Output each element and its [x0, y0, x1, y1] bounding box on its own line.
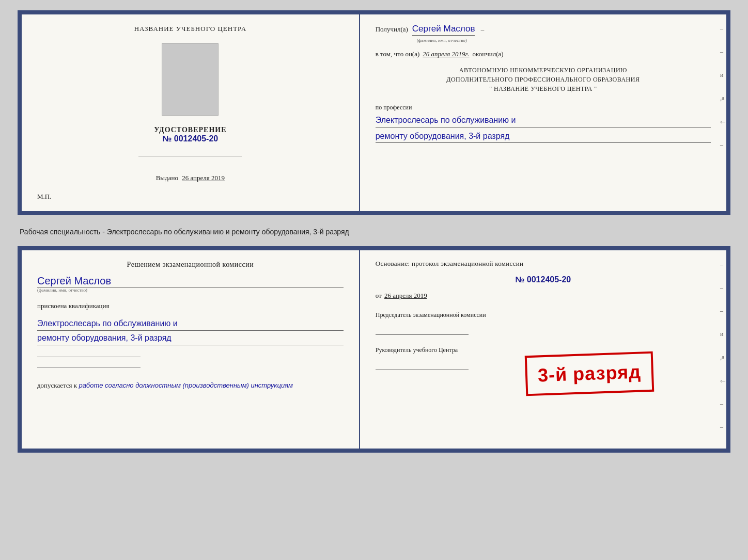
prisvoena: присвоена квалификация [37, 302, 344, 310]
udost-block: УДОСТОВЕРЕНИЕ № 0012405-20 [154, 126, 226, 143]
resheniem-title: Решением экзаменационной комиссии [37, 261, 344, 269]
top-certificate: НАЗВАНИЕ УЧЕБНОГО ЦЕНТРА УДОСТОВЕРЕНИЕ №… [18, 10, 730, 215]
right-dashes: – – и ,а ‹– – [720, 25, 725, 149]
vtom-line: в том, что он(а) 26 апреля 2019г. окончи… [376, 50, 711, 58]
po-professii: по профессии Электрослесарь по обслужива… [376, 104, 711, 143]
osnov-line: Основание: протокол экзаменационной коми… [376, 260, 711, 268]
prot-num: № 0012405-20 [376, 275, 711, 284]
signature-line-1 [376, 334, 469, 335]
vydano-line: Выдано 26 апреля 2019 [156, 174, 225, 182]
stamp: 3-й разряд [524, 351, 653, 396]
top-cert-right: Получил(а) Сергей Маслов – (фамилия, имя… [360, 14, 726, 211]
between-text: Рабочая специальность - Электрослесарь п… [18, 223, 730, 238]
dopusk-text: работе согласно должностным (производств… [79, 381, 293, 389]
photo-placeholder [162, 43, 219, 116]
name-block: Сергей Маслов (фамилия, имя, отчество) [37, 275, 344, 293]
top-cert-left: НАЗВАНИЕ УЧЕБНОГО ЦЕНТРА УДОСТОВЕРЕНИЕ №… [22, 14, 360, 211]
qualification-block: Электрослесарь по обслуживанию и ремонту… [37, 316, 344, 345]
poluchil-line: Получил(а) Сергей Маслов – [376, 24, 711, 36]
ot-date: от 26 апреля 2019 [376, 292, 711, 300]
top-cert-title: НАЗВАНИЕ УЧЕБНОГО ЦЕНТРА [134, 25, 246, 33]
profession-line1: Электрослесарь по обслуживанию и [376, 114, 711, 127]
poluchil-name: Сергей Маслов [412, 24, 475, 36]
person-name: Сергей Маслов [37, 275, 344, 287]
bottom-cert-left: Решением экзаменационной комиссии Сергей… [22, 250, 360, 449]
udost-num: № 0012405-20 [154, 134, 226, 143]
fio-sub-bottom: (фамилия, имя, отчество) [37, 287, 344, 293]
udost-label: УДОСТОВЕРЕНИЕ [154, 126, 226, 134]
bottom-cert-right: Основание: протокол экзаменационной коми… [360, 250, 726, 449]
qual-line1: Электрослесарь по обслуживанию и [37, 316, 344, 331]
org-block: АВТОНОМНУЮ НЕКОММЕРЧЕСКУЮ ОРГАНИЗАЦИЮ ДО… [376, 66, 711, 93]
dopuskaetsya: допускается к работе согласно должностны… [37, 381, 344, 390]
right-dashes-bottom: – – – и ,а ‹– – – – [720, 261, 725, 454]
fio-sub-top: (фамилия, имя, отчество) [417, 38, 711, 43]
predsedatel: Председатель экзаменационной комиссии [376, 311, 711, 319]
bottom-certificate: Решением экзаменационной комиссии Сергей… [18, 246, 730, 453]
profession-line2: ремонту оборудования, 3-й разряд [376, 130, 711, 143]
signature-line-2 [376, 370, 469, 370]
mp-label: М.П. [37, 193, 51, 201]
stamp-text: 3-й разряд [537, 361, 641, 387]
qual-line2: ремонту оборудования, 3-й разряд [37, 331, 344, 345]
rukovoditel: Руководитель учебного Центра [376, 346, 711, 354]
